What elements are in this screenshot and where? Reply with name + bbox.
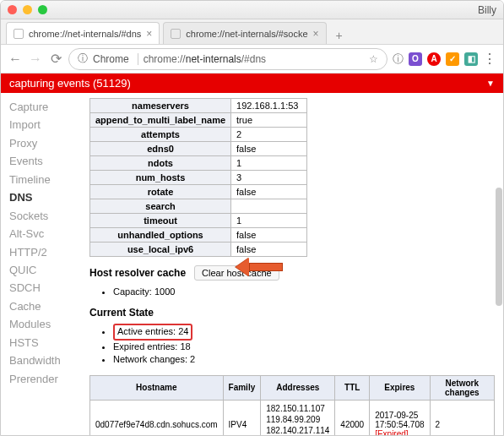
config-row: ndots1 (90, 156, 307, 171)
hostname-cell: 0d077ef9e74d8.cdn.sohucs.com (90, 400, 224, 436)
extension-icon[interactable]: O (409, 52, 422, 66)
config-key: nameservers (90, 99, 231, 113)
toolbar-extensions: ⓘ O A ✓ ◧ ⋮ (393, 51, 496, 67)
sidebar-item-bandwidth[interactable]: Bandwidth (9, 352, 81, 369)
config-row: timeout1 (90, 214, 307, 228)
config-key: append_to_multi_label_name (90, 113, 231, 128)
close-tab-icon[interactable]: × (308, 28, 319, 40)
config-key: unhandled_options (90, 228, 231, 243)
state-list: Active entries: 24 Expired entries: 18 N… (113, 324, 495, 366)
capacity-item: Capacity: 1000 (113, 286, 495, 298)
main-panel: nameservers192.168.1.1:53append_to_multi… (81, 93, 503, 436)
config-key: search (90, 199, 231, 214)
tab-title: chrome://net-internals/#socke (186, 29, 307, 39)
hosts-header: Network changes (430, 375, 494, 400)
menu-icon[interactable]: ⋮ (483, 51, 496, 67)
addresses-cell: 182.150.11.107119.84.99.209182.140.217.1… (261, 400, 335, 436)
sidebar-item-prerender[interactable]: Prerender (9, 370, 81, 388)
close-window-button[interactable] (8, 5, 17, 14)
sidebar-item-timeline[interactable]: Timeline (9, 171, 81, 188)
url-path-bold: net-internals (186, 53, 241, 65)
sidebar-item-cache[interactable]: Cache (9, 297, 81, 315)
config-row: nameservers192.168.1.1:53 (90, 99, 307, 113)
ttl-cell: 42000 (335, 400, 370, 436)
expired-flag: [Expired] (375, 429, 408, 436)
config-row: append_to_multi_label_nametrue (90, 113, 307, 128)
page-icon (14, 29, 24, 39)
hosts-header: TTL (335, 375, 370, 400)
hosts-header-row: HostnameFamilyAddressesTTLExpiresNetwork… (90, 375, 495, 400)
url-scheme-label: Chrome (93, 53, 129, 65)
sidebar-item-dns[interactable]: DNS (9, 188, 81, 206)
config-key: use_local_ipv6 (90, 243, 231, 257)
sidebar-item-http2[interactable]: HTTP/2 (9, 243, 81, 261)
address-bar[interactable]: ⓘ Chrome chrome:// net-internals /#dns ☆ (68, 48, 387, 70)
browser-tab-inactive[interactable]: chrome://net-internals/#socke × (163, 22, 326, 44)
bookmark-star-icon[interactable]: ☆ (369, 53, 378, 65)
config-value: 192.168.1.1:53 (231, 99, 307, 113)
sidebar-item-quic[interactable]: QUIC (9, 261, 81, 279)
hosts-table: HostnameFamilyAddressesTTLExpiresNetwork… (89, 375, 495, 436)
config-key: rotate (90, 185, 231, 199)
browser-tab-active[interactable]: chrome://net-internals/#dns × (6, 22, 160, 44)
sidebar-item-proxy[interactable]: Proxy (9, 134, 81, 152)
hosts-header: Expires (370, 375, 430, 400)
config-value: 3 (231, 171, 307, 185)
config-value: false (231, 228, 307, 243)
minimize-window-button[interactable] (23, 5, 32, 14)
sidebar-item-events[interactable]: Events (9, 152, 81, 170)
new-tab-button[interactable]: + (330, 27, 349, 44)
active-entries-item: Active entries: 24 (113, 324, 495, 340)
current-state-heading: Current State (89, 307, 495, 319)
network-changes-item: Network changes: 2 (113, 353, 495, 366)
sidebar-item-sockets[interactable]: Sockets (9, 207, 81, 225)
browser-toolbar: ← → ⟳ ⓘ Chrome chrome:// net-internals /… (1, 45, 503, 74)
collapse-triangle-icon: ▼ (486, 79, 495, 88)
sidebar-nav: CaptureImportProxyEventsTimelineDNSSocke… (1, 93, 81, 436)
extension-icon[interactable]: ◧ (464, 52, 478, 66)
info-icon[interactable]: ⓘ (393, 52, 404, 67)
capture-banner[interactable]: capturing events (51129) ▼ (1, 74, 503, 93)
config-value: 2 (231, 128, 307, 142)
netchanges-cell: 2 (430, 400, 494, 436)
site-info-icon[interactable]: ⓘ (78, 52, 88, 66)
sidebar-item-import[interactable]: Import (9, 116, 81, 134)
active-entries-highlight: Active entries: 24 (113, 324, 192, 340)
extension-icon-abp[interactable]: A (427, 52, 441, 66)
scrollbar-thumb[interactable] (496, 188, 502, 306)
expires-cell: 2017-09-2517:50:54.708[Expired] (370, 400, 430, 436)
config-value: false (231, 142, 307, 156)
close-tab-icon[interactable]: × (141, 28, 152, 40)
hosts-header: Hostname (90, 375, 224, 400)
back-button[interactable]: ← (8, 52, 23, 67)
config-value: false (231, 243, 307, 257)
hosts-header: Family (223, 375, 261, 400)
hosts-row: 0d077ef9e74d8.cdn.sohucs.comIPV4182.150.… (90, 400, 495, 436)
forward-button[interactable]: → (28, 52, 43, 67)
browser-window: Billy chrome://net-internals/#dns × chro… (0, 0, 504, 436)
extension-icon[interactable]: ✓ (446, 52, 459, 66)
sidebar-item-altsvc[interactable]: Alt-Svc (9, 225, 81, 243)
content-area: CaptureImportProxyEventsTimelineDNSSocke… (1, 93, 503, 436)
dns-config-table: nameservers192.168.1.1:53append_to_multi… (89, 98, 307, 257)
family-cell: IPV4 (223, 400, 261, 436)
reload-button[interactable]: ⟳ (48, 51, 63, 67)
sidebar-item-sdch[interactable]: SDCH (9, 279, 81, 297)
profile-name[interactable]: Billy (478, 4, 496, 16)
config-row: num_hosts3 (90, 171, 307, 185)
host-resolver-section: Host resolver cache Clear host cache (89, 265, 495, 281)
sidebar-item-modules[interactable]: Modules (9, 315, 81, 333)
sidebar-item-capture[interactable]: Capture (9, 98, 81, 116)
capture-banner-text: capturing events (51129) (9, 77, 131, 90)
sidebar-item-hsts[interactable]: HSTS (9, 334, 81, 352)
config-key: edns0 (90, 142, 231, 156)
page-icon (171, 29, 181, 39)
expired-entries-item: Expired entries: 18 (113, 341, 495, 353)
tab-title: chrome://net-internals/#dns (29, 29, 141, 39)
config-value: 1 (231, 214, 307, 228)
config-key: timeout (90, 214, 231, 228)
config-row: rotatefalse (90, 185, 307, 199)
maximize-window-button[interactable] (38, 5, 47, 14)
config-row: search (90, 199, 307, 214)
config-key: num_hosts (90, 171, 231, 185)
